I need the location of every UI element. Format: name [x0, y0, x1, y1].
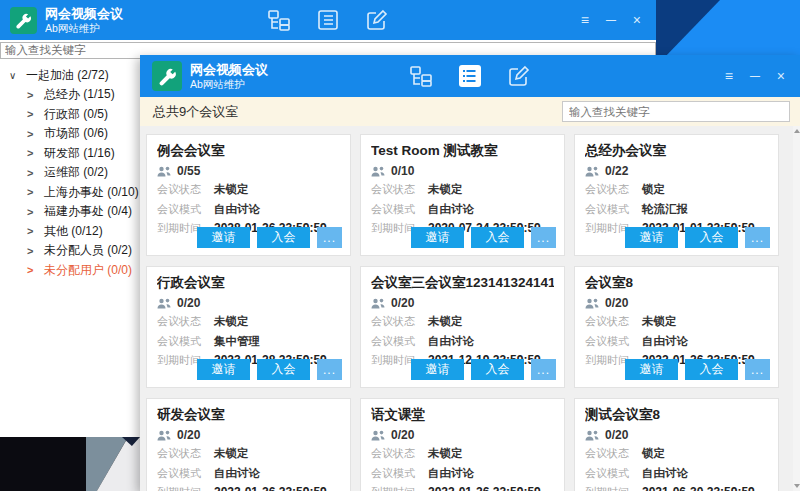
room-status-label: 会议状态 — [371, 445, 428, 462]
compose-icon[interactable] — [365, 8, 389, 32]
meeting-room-card[interactable]: 行政会议室 0/20 会议状态 未锁定 会议模式 集中管理 到期时间 — [146, 266, 351, 388]
meeting-room-card[interactable]: 例会会议室 0/55 会议状态 未锁定 会议模式 自由讨论 到期时间 — [146, 134, 351, 256]
room-mode-label: 会议模式 — [371, 333, 428, 350]
vertical-scrollbar[interactable] — [793, 126, 800, 491]
more-button[interactable]: ... — [745, 359, 770, 380]
room-expire-label: 到期时间 — [371, 484, 428, 491]
chevron-right-icon[interactable]: > — [27, 89, 37, 101]
room-mode-value: 自由讨论 — [428, 465, 474, 482]
more-button[interactable]: ... — [317, 359, 342, 380]
tree-item-label: 未分配用户 (0/0) — [44, 262, 132, 279]
scroll-down-icon[interactable] — [794, 484, 800, 488]
room-status-value: 未锁定 — [428, 313, 463, 330]
join-button[interactable]: 入会 — [257, 227, 310, 248]
more-button[interactable]: ... — [531, 227, 556, 248]
room-name: 研发会议室 — [157, 406, 340, 424]
room-mode-label: 会议模式 — [157, 201, 214, 218]
room-status-value: 未锁定 — [214, 181, 249, 198]
close-icon[interactable]: × — [777, 69, 785, 83]
chevron-right-icon[interactable]: > — [27, 264, 37, 276]
close-icon[interactable]: × — [633, 13, 641, 27]
room-mode-row: 会议模式 自由讨论 — [585, 465, 768, 482]
chevron-right-icon[interactable]: > — [27, 128, 37, 140]
meeting-room-card[interactable]: 总经办会议室 0/22 会议状态 锁定 会议模式 轮流汇报 到期时间 — [574, 134, 779, 256]
join-button[interactable]: 入会 — [471, 359, 524, 380]
chevron-right-icon[interactable]: > — [27, 108, 37, 120]
background-window-controls: ≡ ─ × — [581, 13, 656, 27]
chevron-right-icon[interactable]: > — [27, 206, 37, 218]
room-mode-value: 自由讨论 — [214, 465, 260, 482]
org-chart-icon[interactable] — [409, 64, 433, 88]
room-expire-label: 到期时间 — [585, 484, 642, 491]
room-mode-label: 会议模式 — [157, 465, 214, 482]
chevron-right-icon[interactable]: > — [27, 225, 37, 237]
meeting-list-icon[interactable] — [316, 8, 340, 32]
room-name: 总经办会议室 — [585, 142, 768, 160]
meeting-list-icon-active[interactable] — [458, 64, 482, 88]
room-status-label: 会议状态 — [157, 181, 214, 198]
room-occupancy-value: 0/55 — [177, 164, 200, 178]
tree-item-label: 研发部 (1/16) — [44, 145, 115, 162]
room-occupancy: 0/20 — [157, 296, 340, 310]
meeting-room-card[interactable]: 语文课堂 0/20 会议状态 未锁定 会议模式 自由讨论 到期时间 — [360, 398, 565, 491]
join-button[interactable]: 入会 — [257, 359, 310, 380]
menu-icon[interactable]: ≡ — [725, 69, 733, 83]
compose-icon[interactable] — [507, 64, 531, 88]
wallpaper-navy-triangle — [656, 0, 720, 55]
room-mode-row: 会议模式 自由讨论 — [371, 465, 554, 482]
chevron-right-icon[interactable]: > — [27, 245, 37, 257]
invite-button[interactable]: 邀请 — [197, 227, 250, 248]
chevron-down-icon[interactable]: ∨ — [9, 70, 19, 81]
room-status-value: 未锁定 — [428, 445, 463, 462]
room-search-input[interactable] — [562, 101, 790, 122]
more-button[interactable]: ... — [531, 359, 556, 380]
app-subtitle: Ab网站维护 — [45, 22, 123, 35]
room-occupancy-value: 0/10 — [391, 164, 414, 178]
room-occupancy: 0/20 — [371, 428, 554, 442]
room-status-label: 会议状态 — [371, 313, 428, 330]
meeting-room-card[interactable]: Test Room 测试教室 0/10 会议状态 未锁定 会议模式 自由讨论 — [360, 134, 565, 256]
room-occupancy: 0/10 — [371, 164, 554, 178]
menu-icon[interactable]: ≡ — [581, 13, 589, 27]
meeting-window-controls: ≡ ─ × — [725, 69, 800, 83]
invite-button[interactable]: 邀请 — [411, 227, 464, 248]
room-occupancy-value: 0/20 — [391, 428, 414, 442]
meeting-room-card[interactable]: 会议室三会议室123141324141三会... 0/20 会议状态 未锁定 会… — [360, 266, 565, 388]
wrench-icon — [158, 67, 177, 86]
desktop: 网会视频会议 Ab网站维护 ≡ ─ × — [0, 0, 800, 491]
room-mode-value: 自由讨论 — [642, 465, 688, 482]
invite-button[interactable]: 邀请 — [625, 227, 678, 248]
org-chart-icon[interactable] — [267, 8, 291, 32]
room-occupancy-value: 0/22 — [605, 164, 628, 178]
scroll-up-icon[interactable] — [794, 129, 800, 133]
room-status-label: 会议状态 — [585, 445, 642, 462]
join-button[interactable]: 入会 — [685, 227, 738, 248]
chevron-right-icon[interactable]: > — [27, 147, 37, 159]
chevron-right-icon[interactable]: > — [27, 186, 37, 198]
meeting-room-grid: 例会会议室 0/55 会议状态 未锁定 会议模式 自由讨论 到期时间 — [140, 126, 793, 491]
join-button[interactable]: 入会 — [471, 227, 524, 248]
more-button[interactable]: ... — [317, 227, 342, 248]
meeting-room-card[interactable]: 研发会议室 0/20 会议状态 未锁定 会议模式 自由讨论 到期时间 — [146, 398, 351, 491]
minimize-icon[interactable]: ─ — [750, 69, 760, 83]
meeting-room-card[interactable]: 测试会议室8 0/20 会议状态 锁定 会议模式 自由讨论 到期时间 — [574, 398, 779, 491]
room-occupancy-value: 0/20 — [177, 428, 200, 442]
more-button[interactable]: ... — [745, 227, 770, 248]
tree-item-label: 福建办事处 (0/4) — [44, 203, 132, 220]
invite-button[interactable]: 邀请 — [411, 359, 464, 380]
chevron-right-icon[interactable]: > — [27, 167, 37, 179]
room-occupancy: 0/20 — [585, 296, 768, 310]
room-name: 会议室三会议室123141324141三会... — [371, 274, 554, 292]
invite-button[interactable]: 邀请 — [197, 359, 250, 380]
minimize-icon[interactable]: ─ — [606, 13, 616, 27]
room-name: 测试会议室8 — [585, 406, 768, 424]
background-titlebar: 网会视频会议 Ab网站维护 ≡ ─ × — [0, 0, 656, 40]
invite-button[interactable]: 邀请 — [625, 359, 678, 380]
join-button[interactable]: 入会 — [685, 359, 738, 380]
meeting-room-card[interactable]: 会议室8 0/20 会议状态 未锁定 会议模式 自由讨论 到期时间 — [574, 266, 779, 388]
meeting-toolbar — [409, 64, 531, 88]
room-occupancy: 0/20 — [157, 428, 340, 442]
room-occupancy: 0/55 — [157, 164, 340, 178]
room-mode-value: 自由讨论 — [428, 333, 474, 350]
room-status-label: 会议状态 — [371, 181, 428, 198]
